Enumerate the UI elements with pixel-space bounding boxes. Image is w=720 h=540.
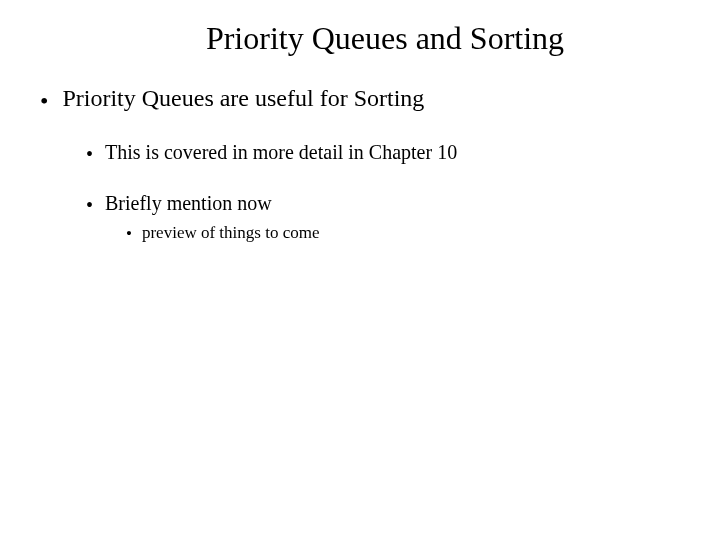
bullet-item-level-2: • This is covered in more detail in Chap… — [86, 141, 690, 164]
bullet-item-level-3: • preview of things to come — [126, 223, 690, 243]
bullet-text: preview of things to come — [142, 223, 690, 243]
bullet-text: Priority Queues are useful for Sorting — [62, 85, 690, 112]
bullet-item-level-2: • Briefly mention now — [86, 192, 690, 215]
bullet-dot-icon: • — [126, 223, 132, 242]
bullet-item-level-1: • Priority Queues are useful for Sorting — [40, 85, 690, 113]
slide-title: Priority Queues and Sorting — [80, 20, 690, 57]
bullet-dot-icon: • — [86, 141, 93, 164]
bullet-dot-icon: • — [40, 85, 48, 113]
bullet-text: This is covered in more detail in Chapte… — [105, 141, 690, 164]
bullet-text: Briefly mention now — [105, 192, 690, 215]
bullet-dot-icon: • — [86, 192, 93, 215]
